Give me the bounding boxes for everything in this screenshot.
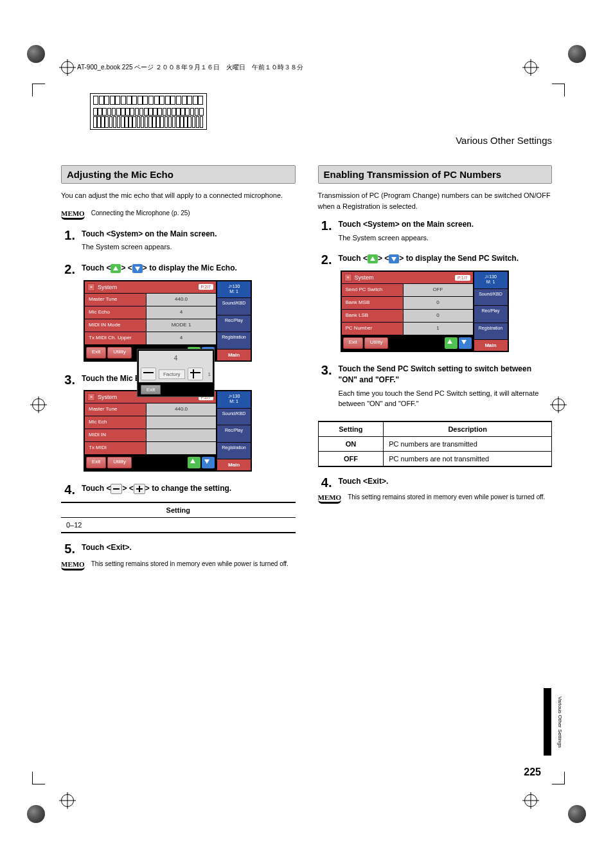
row-label[interactable]: Master Tune: [85, 294, 146, 306]
step-number: 3.: [61, 373, 75, 387]
row-value[interactable]: [147, 442, 216, 454]
exit-button[interactable]: Exit: [86, 347, 106, 359]
tab-registration[interactable]: Registration: [217, 332, 251, 349]
nav-up-button[interactable]: [188, 457, 200, 468]
tab-main[interactable]: Main: [217, 459, 251, 470]
screenshot-system-2: × System P.2/7 Master Tune440.0 Mic Ech …: [84, 390, 252, 472]
step-title: Touch <> <> to display the Mic Echo.: [82, 263, 296, 274]
step-title: Touch <> <> to display the Send PC Switc…: [339, 253, 553, 264]
registration-mark: [61, 794, 74, 807]
tab-registration[interactable]: Registration: [474, 323, 508, 340]
tab-sound-kbd[interactable]: Sound/KBD: [217, 409, 251, 425]
value-popup: 4 Factory 1 Exit: [137, 349, 215, 397]
page-indicator: P.1/7: [455, 275, 470, 281]
print-corner-tl: [27, 45, 45, 63]
tab-rec-play[interactable]: Rec/Play: [474, 306, 508, 323]
step-text: Touch <: [82, 484, 111, 493]
row-value[interactable]: 440.0: [147, 403, 216, 416]
row-label[interactable]: Send PC Switch: [342, 284, 403, 296]
memo-text: This setting remains stored in memory ev…: [348, 493, 545, 502]
nav-down-button[interactable]: [202, 457, 215, 468]
popup-exit-button[interactable]: Exit: [141, 385, 161, 394]
close-icon[interactable]: ×: [87, 393, 95, 401]
exit-button[interactable]: Exit: [86, 457, 106, 468]
tab-rec-play[interactable]: Rec/Play: [217, 425, 251, 442]
page-section-title: Various Other Settings: [39, 135, 552, 146]
registration-mark: [32, 398, 45, 411]
thumb-tab: [544, 688, 551, 756]
print-corner-br: [568, 805, 586, 823]
row-value[interactable]: 1: [404, 323, 473, 335]
factory-button[interactable]: Factory: [159, 369, 185, 379]
row-value[interactable]: 440.0: [147, 294, 216, 306]
right-column: Enabling Transmission of PC Numbers Tran…: [318, 165, 553, 580]
step-title: Touch <> <> to change the setting.: [82, 483, 296, 494]
close-icon[interactable]: ×: [344, 274, 352, 281]
row-label[interactable]: Mic Ech: [85, 416, 146, 429]
table-cell: OFF: [318, 451, 384, 466]
left-column: Adjusting the Mic Echo You can adjust th…: [61, 165, 296, 580]
tempo-display: ♩=130M: 1: [474, 272, 508, 288]
row-value[interactable]: [147, 416, 216, 429]
step-title: Touch <Exit>.: [339, 476, 553, 487]
utility-button[interactable]: Utility: [364, 337, 389, 349]
row-value[interactable]: MODE 1: [147, 319, 216, 332]
step-number: 4.: [318, 476, 332, 490]
row-value[interactable]: OFF: [404, 284, 473, 296]
exit-button[interactable]: Exit: [343, 337, 363, 349]
step-title: Touch <Exit>.: [82, 542, 296, 553]
tempo-display: ♩=130M: 1: [217, 391, 251, 408]
table-header: Description: [384, 421, 552, 437]
step-sub: The System screen appears.: [339, 233, 553, 244]
step-text: > to display the Send PC Switch.: [399, 254, 519, 263]
print-corner-tr: [568, 45, 586, 63]
step-number: 5.: [61, 542, 75, 556]
step-text: Touch <: [82, 263, 111, 272]
row-value[interactable]: 4: [147, 306, 216, 319]
tab-registration[interactable]: Registration: [217, 443, 251, 459]
triangle-down-icon: [132, 264, 143, 273]
settings-table: Setting Description ON PC numbers are tr…: [318, 421, 553, 467]
row-value[interactable]: 0: [404, 297, 473, 309]
intro-text: Transmission of PC (Program Change) numb…: [318, 190, 553, 211]
memo-icon: MEMO: [61, 209, 85, 220]
row-label[interactable]: Tx MIDI: [85, 442, 146, 454]
step-text: > <: [378, 254, 389, 263]
nav-down-button[interactable]: [459, 337, 472, 349]
nav-up-button[interactable]: [445, 337, 458, 349]
screenshot-system-r: × System P.1/7 Send PC SwitchOFF Bank MS…: [341, 270, 509, 352]
row-label[interactable]: MIDI IN: [85, 429, 146, 441]
row-label[interactable]: PC Number: [342, 323, 403, 335]
tab-rec-play[interactable]: Rec/Play: [217, 315, 251, 332]
screen-title: System: [98, 284, 117, 290]
step-text: > to display the Mic Echo.: [143, 263, 237, 272]
row-label[interactable]: Bank LSB: [342, 310, 403, 322]
step-number: 3.: [318, 364, 332, 416]
close-icon[interactable]: ×: [87, 283, 95, 291]
thumb-tab-label: Various Other Settings: [557, 691, 563, 754]
memo-icon: MEMO: [318, 493, 342, 504]
plus-button[interactable]: [188, 368, 203, 380]
heading-pc-numbers: Enabling Transmission of PC Numbers: [318, 165, 553, 184]
intro-text: You can adjust the mic echo that will ap…: [61, 190, 296, 201]
row-value[interactable]: 0: [404, 310, 473, 322]
row-label[interactable]: MIDI IN Mode: [85, 319, 146, 332]
row-label[interactable]: Tx MIDI Ch. Upper: [85, 332, 146, 344]
utility-button[interactable]: Utility: [107, 457, 132, 468]
tab-sound-kbd[interactable]: Sound/KBD: [474, 289, 508, 306]
tab-main[interactable]: Main: [474, 340, 508, 351]
row-value[interactable]: [147, 429, 216, 441]
table-header: Setting: [61, 502, 296, 518]
table-cell: 0–12: [61, 518, 296, 533]
minus-button[interactable]: [141, 368, 156, 380]
step-sub: The System screen appears.: [82, 242, 296, 252]
utility-button[interactable]: Utility: [107, 347, 132, 359]
tab-sound-kbd[interactable]: Sound/KBD: [217, 298, 251, 315]
tab-main[interactable]: Main: [217, 350, 251, 360]
row-label[interactable]: Mic Echo: [85, 306, 146, 319]
row-value[interactable]: 4: [147, 332, 216, 344]
row-label[interactable]: Master Tune: [85, 403, 146, 416]
step-text: > <: [121, 263, 132, 272]
row-label[interactable]: Bank MSB: [342, 297, 403, 309]
triangle-down-icon: [389, 254, 399, 263]
